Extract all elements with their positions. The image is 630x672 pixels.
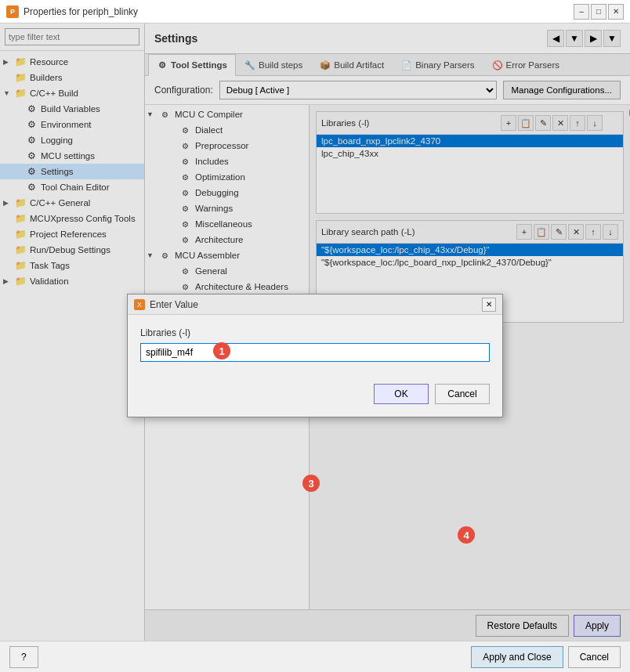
dialog-cancel-button[interactable]: Cancel [435,384,490,404]
dialog-buttons: OK Cancel [128,374,502,417]
cancel-button[interactable]: Cancel [568,646,621,668]
dialog-titlebar: X Enter Value ✕ [128,294,502,315]
app-icon: P [6,5,19,18]
dialog-title-left: X Enter Value [134,299,198,310]
callout-3: 3 [302,475,320,492]
window-titlebar: P Properties for periph_blinky – □ ✕ [0,0,630,23]
footer-left: ? [9,646,38,668]
footer-right: Apply and Close Cancel [471,646,621,668]
dialog-input[interactable] [140,343,490,362]
dialog-close-button[interactable]: ✕ [482,298,496,312]
maximize-button[interactable]: □ [591,4,606,20]
help-button[interactable]: ? [9,646,38,668]
callout-4: 4 [458,526,475,544]
dialog-ok-button[interactable]: OK [374,384,429,404]
dialog-body: Libraries (-l) [128,315,502,374]
minimize-button[interactable]: – [574,4,589,20]
dialog-field-label: Libraries (-l) [140,327,490,338]
dialog-title-icon: X [134,299,145,310]
window-title: Properties for periph_blinky [24,6,138,17]
callout-1: 1 [213,342,230,359]
enter-value-dialog: X Enter Value ✕ Libraries (-l) OK Cancel [127,294,503,417]
dialog-overlay: X Enter Value ✕ Libraries (-l) OK Cancel [0,23,630,641]
titlebar-controls: – □ ✕ [574,4,624,20]
apply-close-button[interactable]: Apply and Close [471,646,563,668]
footer-bar: ? Apply and Close Cancel [0,641,630,672]
dialog-title-text: Enter Value [150,299,198,310]
close-button[interactable]: ✕ [608,4,624,20]
titlebar-left: P Properties for periph_blinky [6,5,138,18]
